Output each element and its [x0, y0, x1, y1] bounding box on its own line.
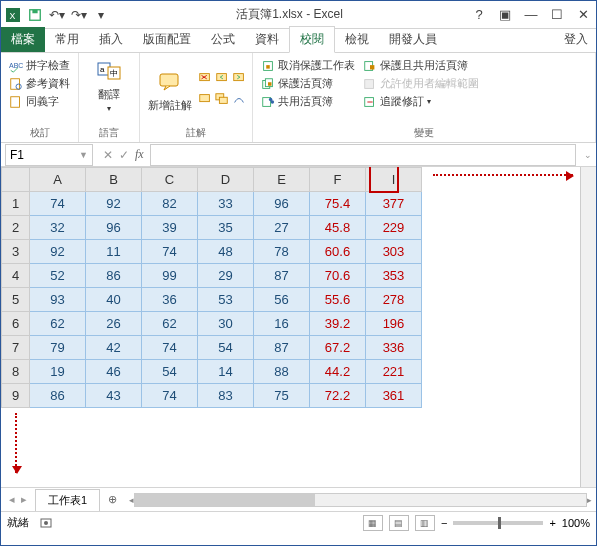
column-header[interactable]: F	[310, 168, 366, 192]
cell[interactable]: 83	[198, 384, 254, 408]
cell[interactable]: 88	[254, 360, 310, 384]
save-icon[interactable]	[27, 7, 43, 23]
cell[interactable]: 86	[86, 264, 142, 288]
cell[interactable]: 26	[86, 312, 142, 336]
tab-data[interactable]: 資料	[245, 27, 289, 52]
cell[interactable]: 87	[254, 336, 310, 360]
tab-view[interactable]: 檢視	[335, 27, 379, 52]
cell[interactable]: 39.2	[310, 312, 366, 336]
cell[interactable]: 30	[198, 312, 254, 336]
cell[interactable]: 39	[142, 216, 198, 240]
cell[interactable]: 14	[198, 360, 254, 384]
cancel-formula-icon[interactable]: ✕	[103, 148, 113, 162]
cell[interactable]: 78	[254, 240, 310, 264]
qat-dropdown-icon[interactable]: ▾	[93, 7, 109, 23]
cell[interactable]: 62	[142, 312, 198, 336]
cell[interactable]: 99	[142, 264, 198, 288]
row-header[interactable]: 6	[2, 312, 30, 336]
cell[interactable]: 67.2	[310, 336, 366, 360]
column-header[interactable]: C	[142, 168, 198, 192]
reference-button[interactable]: 參考資料	[7, 75, 72, 92]
tab-file[interactable]: 檔案	[1, 27, 45, 52]
tab-formula[interactable]: 公式	[201, 27, 245, 52]
cell[interactable]: 361	[366, 384, 422, 408]
cell[interactable]: 96	[254, 192, 310, 216]
unprotect-sheet-button[interactable]: 取消保護工作表	[259, 57, 357, 74]
sheet-prev-icon[interactable]: ◂	[9, 493, 15, 506]
expand-formula-icon[interactable]: ⌄	[580, 150, 596, 160]
sheet-tab[interactable]: 工作表1	[35, 489, 100, 511]
cell[interactable]: 46	[86, 360, 142, 384]
cell[interactable]: 93	[30, 288, 86, 312]
cell[interactable]: 82	[142, 192, 198, 216]
cell[interactable]: 278	[366, 288, 422, 312]
cell[interactable]: 377	[366, 192, 422, 216]
share-workbook-button[interactable]: 共用活頁簿	[259, 93, 357, 110]
delete-comment-icon[interactable]	[198, 71, 212, 89]
tab-home[interactable]: 常用	[45, 27, 89, 52]
protect-share-button[interactable]: 保護且共用活頁簿	[361, 57, 481, 74]
cell[interactable]: 92	[30, 240, 86, 264]
cell[interactable]: 48	[198, 240, 254, 264]
name-box[interactable]: F1▼	[5, 144, 93, 166]
tab-dev[interactable]: 開發人員	[379, 27, 447, 52]
row-header[interactable]: 1	[2, 192, 30, 216]
column-header[interactable]: B	[86, 168, 142, 192]
select-all-cell[interactable]	[2, 168, 30, 192]
cell[interactable]: 27	[254, 216, 310, 240]
chevron-down-icon[interactable]: ▼	[79, 150, 88, 160]
cell[interactable]: 16	[254, 312, 310, 336]
cell[interactable]: 29	[198, 264, 254, 288]
zoom-in-icon[interactable]: +	[549, 517, 555, 529]
login-link[interactable]: 登入	[556, 27, 596, 52]
cell[interactable]: 336	[366, 336, 422, 360]
row-header[interactable]: 2	[2, 216, 30, 240]
cell[interactable]: 75	[254, 384, 310, 408]
show-ink-icon[interactable]	[232, 92, 246, 110]
cell[interactable]: 62	[30, 312, 86, 336]
vertical-scrollbar[interactable]	[580, 167, 596, 487]
cell[interactable]: 53	[198, 288, 254, 312]
cell[interactable]: 56	[254, 288, 310, 312]
enter-formula-icon[interactable]: ✓	[119, 148, 129, 162]
cell[interactable]: 19	[30, 360, 86, 384]
new-sheet-icon[interactable]: ⊕	[100, 493, 125, 506]
formula-bar[interactable]	[150, 144, 576, 166]
horizontal-scrollbar[interactable]: ◂ ▸	[125, 493, 596, 507]
help-icon[interactable]: ?	[470, 7, 488, 22]
row-header[interactable]: 8	[2, 360, 30, 384]
zoom-out-icon[interactable]: −	[441, 517, 447, 529]
cell[interactable]: 52	[30, 264, 86, 288]
tab-review[interactable]: 校閱	[289, 26, 335, 53]
cell[interactable]: 92	[86, 192, 142, 216]
cell[interactable]: 35	[198, 216, 254, 240]
cell[interactable]: 54	[198, 336, 254, 360]
cell[interactable]: 43	[86, 384, 142, 408]
view-normal-icon[interactable]: ▦	[363, 515, 383, 531]
cell[interactable]: 36	[142, 288, 198, 312]
translate-button[interactable]: a中 翻譯▾	[85, 57, 133, 113]
view-break-icon[interactable]: ▥	[415, 515, 435, 531]
sheet-next-icon[interactable]: ▸	[21, 493, 27, 506]
row-header[interactable]: 4	[2, 264, 30, 288]
cell[interactable]: 353	[366, 264, 422, 288]
thesaurus-button[interactable]: 同義字	[7, 93, 72, 110]
cell[interactable]: 72.2	[310, 384, 366, 408]
fx-icon[interactable]: fx	[135, 147, 144, 162]
ribbon-options-icon[interactable]: ▣	[496, 7, 514, 22]
macro-record-icon[interactable]	[39, 516, 53, 530]
column-header[interactable]: I	[366, 168, 422, 192]
new-comment-button[interactable]: 新增註解	[146, 57, 194, 124]
cell[interactable]: 86	[30, 384, 86, 408]
cell[interactable]: 74	[30, 192, 86, 216]
redo-icon[interactable]: ↷▾	[71, 7, 87, 23]
next-comment-icon[interactable]	[232, 71, 246, 89]
zoom-level[interactable]: 100%	[562, 517, 590, 529]
view-page-icon[interactable]: ▤	[389, 515, 409, 531]
cell[interactable]: 11	[86, 240, 142, 264]
minimize-icon[interactable]: —	[522, 7, 540, 22]
close-icon[interactable]: ✕	[574, 7, 592, 22]
prev-comment-icon[interactable]	[215, 71, 229, 89]
cell[interactable]: 32	[30, 216, 86, 240]
cell[interactable]: 60.6	[310, 240, 366, 264]
